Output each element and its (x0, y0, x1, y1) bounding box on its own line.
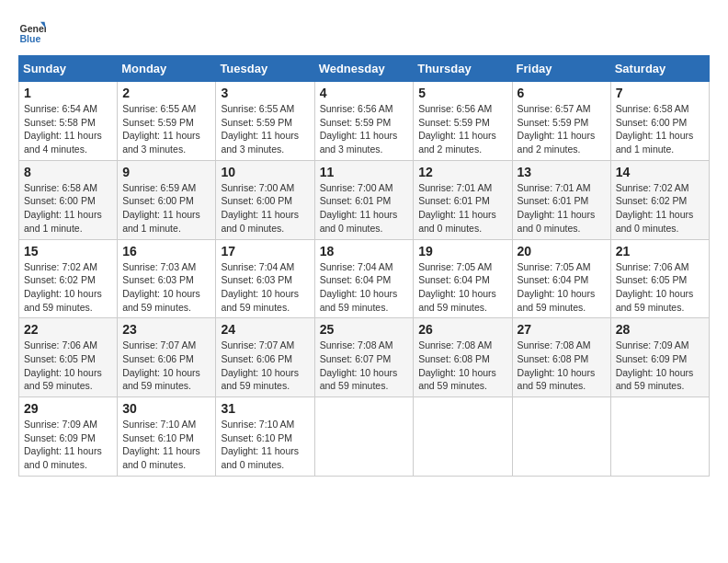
calendar-cell: 22 Sunrise: 7:06 AMSunset: 6:05 PMDaylig… (19, 318, 118, 397)
calendar-cell: 6 Sunrise: 6:57 AMSunset: 5:59 PMDayligh… (512, 82, 610, 161)
day-number: 28 (616, 322, 704, 337)
day-number: 10 (221, 165, 309, 179)
day-number: 19 (418, 244, 506, 259)
day-number: 9 (122, 165, 210, 179)
day-info: Sunrise: 6:55 AMSunset: 5:59 PMDaylight:… (122, 102, 210, 156)
weekday-header-thursday: Thursday (414, 56, 512, 82)
svg-text:General: General (20, 23, 47, 34)
calendar-cell: 5 Sunrise: 6:56 AMSunset: 5:59 PMDayligh… (414, 82, 512, 161)
day-number: 14 (616, 165, 704, 179)
calendar-cell: 16 Sunrise: 7:03 AMSunset: 6:03 PMDaylig… (118, 239, 216, 318)
day-info: Sunrise: 7:09 AMSunset: 6:09 PMDaylight:… (616, 339, 704, 393)
day-info: Sunrise: 7:02 AMSunset: 6:02 PMDaylight:… (24, 260, 112, 315)
calendar-cell: 17 Sunrise: 7:04 AMSunset: 6:03 PMDaylig… (216, 239, 314, 318)
day-info: Sunrise: 7:06 AMSunset: 6:05 PMDaylight:… (616, 260, 704, 315)
calendar-cell: 24 Sunrise: 7:07 AMSunset: 6:06 PMDaylig… (216, 318, 314, 397)
day-info: Sunrise: 7:09 AMSunset: 6:09 PMDaylight:… (24, 418, 112, 472)
day-info: Sunrise: 7:10 AMSunset: 6:10 PMDaylight:… (122, 418, 210, 472)
calendar-cell (314, 397, 414, 477)
day-info: Sunrise: 7:00 AMSunset: 6:01 PMDaylight:… (320, 181, 409, 236)
day-info: Sunrise: 7:01 AMSunset: 6:01 PMDaylight:… (418, 181, 506, 236)
day-number: 1 (24, 86, 112, 100)
day-number: 8 (24, 165, 112, 179)
day-number: 11 (320, 165, 409, 179)
calendar-cell: 10 Sunrise: 7:00 AMSunset: 6:00 PMDaylig… (216, 160, 314, 239)
calendar-cell: 19 Sunrise: 7:05 AMSunset: 6:04 PMDaylig… (414, 239, 512, 318)
day-info: Sunrise: 7:05 AMSunset: 6:04 PMDaylight:… (418, 260, 506, 315)
weekday-header-friday: Friday (512, 56, 610, 82)
week-row-5: 29 Sunrise: 7:09 AMSunset: 6:09 PMDaylig… (19, 397, 710, 477)
calendar-cell: 8 Sunrise: 6:58 AMSunset: 6:00 PMDayligh… (19, 160, 118, 239)
day-info: Sunrise: 7:04 AMSunset: 6:03 PMDaylight:… (221, 260, 309, 315)
calendar-cell: 20 Sunrise: 7:05 AMSunset: 6:04 PMDaylig… (512, 239, 610, 318)
day-number: 22 (24, 322, 112, 337)
calendar-cell (414, 397, 512, 477)
day-number: 24 (221, 322, 309, 337)
day-number: 18 (320, 244, 409, 259)
day-number: 4 (320, 86, 409, 100)
day-number: 17 (221, 244, 309, 259)
day-info: Sunrise: 7:01 AMSunset: 6:01 PMDaylight:… (518, 181, 606, 236)
day-number: 7 (616, 86, 704, 100)
day-info: Sunrise: 7:05 AMSunset: 6:04 PMDaylight:… (518, 260, 606, 315)
svg-text:Blue: Blue (20, 33, 41, 44)
day-number: 25 (320, 322, 409, 337)
calendar-cell: 31 Sunrise: 7:10 AMSunset: 6:10 PMDaylig… (216, 397, 314, 477)
day-number: 29 (24, 401, 112, 416)
logo-icon: General Blue (18, 18, 46, 46)
week-row-2: 8 Sunrise: 6:58 AMSunset: 6:00 PMDayligh… (19, 160, 710, 239)
day-number: 30 (122, 401, 210, 416)
day-info: Sunrise: 7:07 AMSunset: 6:06 PMDaylight:… (122, 339, 210, 393)
calendar-cell: 21 Sunrise: 7:06 AMSunset: 6:05 PMDaylig… (610, 239, 709, 318)
calendar-cell: 2 Sunrise: 6:55 AMSunset: 5:59 PMDayligh… (118, 82, 216, 161)
day-number: 20 (518, 244, 606, 259)
calendar-cell: 9 Sunrise: 6:59 AMSunset: 6:00 PMDayligh… (118, 160, 216, 239)
weekday-header-sunday: Sunday (19, 56, 118, 82)
day-number: 26 (418, 322, 506, 337)
calendar-cell: 26 Sunrise: 7:08 AMSunset: 6:08 PMDaylig… (414, 318, 512, 397)
day-info: Sunrise: 7:08 AMSunset: 6:08 PMDaylight:… (518, 339, 606, 393)
calendar-cell (512, 397, 610, 477)
day-number: 6 (518, 86, 606, 100)
day-number: 23 (122, 322, 210, 337)
day-info: Sunrise: 7:03 AMSunset: 6:03 PMDaylight:… (122, 260, 210, 315)
calendar-cell: 3 Sunrise: 6:55 AMSunset: 5:59 PMDayligh… (216, 82, 314, 161)
day-number: 16 (122, 244, 210, 259)
calendar-cell: 4 Sunrise: 6:56 AMSunset: 5:59 PMDayligh… (314, 82, 414, 161)
calendar-cell: 13 Sunrise: 7:01 AMSunset: 6:01 PMDaylig… (512, 160, 610, 239)
weekday-header-saturday: Saturday (610, 56, 709, 82)
calendar-cell: 30 Sunrise: 7:10 AMSunset: 6:10 PMDaylig… (118, 397, 216, 477)
calendar-cell (610, 397, 709, 477)
calendar-cell: 11 Sunrise: 7:00 AMSunset: 6:01 PMDaylig… (314, 160, 414, 239)
calendar-cell: 12 Sunrise: 7:01 AMSunset: 6:01 PMDaylig… (414, 160, 512, 239)
day-info: Sunrise: 7:08 AMSunset: 6:08 PMDaylight:… (418, 339, 506, 393)
day-info: Sunrise: 6:56 AMSunset: 5:59 PMDaylight:… (418, 102, 506, 156)
calendar-cell: 27 Sunrise: 7:08 AMSunset: 6:08 PMDaylig… (512, 318, 610, 397)
day-number: 13 (518, 165, 606, 179)
day-number: 5 (418, 86, 506, 100)
day-number: 31 (221, 401, 309, 416)
weekday-header-tuesday: Tuesday (216, 56, 314, 82)
day-number: 2 (122, 86, 210, 100)
day-info: Sunrise: 7:10 AMSunset: 6:10 PMDaylight:… (221, 418, 309, 472)
day-info: Sunrise: 6:58 AMSunset: 6:00 PMDaylight:… (616, 102, 704, 156)
week-row-1: 1 Sunrise: 6:54 AMSunset: 5:58 PMDayligh… (19, 82, 710, 161)
calendar-cell: 28 Sunrise: 7:09 AMSunset: 6:09 PMDaylig… (610, 318, 709, 397)
week-row-3: 15 Sunrise: 7:02 AMSunset: 6:02 PMDaylig… (19, 239, 710, 318)
day-info: Sunrise: 6:57 AMSunset: 5:59 PMDaylight:… (518, 102, 606, 156)
day-info: Sunrise: 7:07 AMSunset: 6:06 PMDaylight:… (221, 339, 309, 393)
calendar: SundayMondayTuesdayWednesdayThursdayFrid… (18, 55, 710, 477)
day-number: 3 (221, 86, 309, 100)
calendar-cell: 18 Sunrise: 7:04 AMSunset: 6:04 PMDaylig… (314, 239, 414, 318)
day-info: Sunrise: 7:08 AMSunset: 6:07 PMDaylight:… (320, 339, 409, 393)
calendar-cell: 15 Sunrise: 7:02 AMSunset: 6:02 PMDaylig… (19, 239, 118, 318)
page-header: General Blue (18, 18, 710, 46)
day-info: Sunrise: 7:00 AMSunset: 6:00 PMDaylight:… (221, 181, 309, 236)
day-info: Sunrise: 6:55 AMSunset: 5:59 PMDaylight:… (221, 102, 309, 156)
weekday-header-wednesday: Wednesday (314, 56, 414, 82)
calendar-cell: 7 Sunrise: 6:58 AMSunset: 6:00 PMDayligh… (610, 82, 709, 161)
day-info: Sunrise: 6:54 AMSunset: 5:58 PMDaylight:… (24, 102, 112, 156)
day-number: 21 (616, 244, 704, 259)
calendar-cell: 14 Sunrise: 7:02 AMSunset: 6:02 PMDaylig… (610, 160, 709, 239)
calendar-cell: 25 Sunrise: 7:08 AMSunset: 6:07 PMDaylig… (314, 318, 414, 397)
